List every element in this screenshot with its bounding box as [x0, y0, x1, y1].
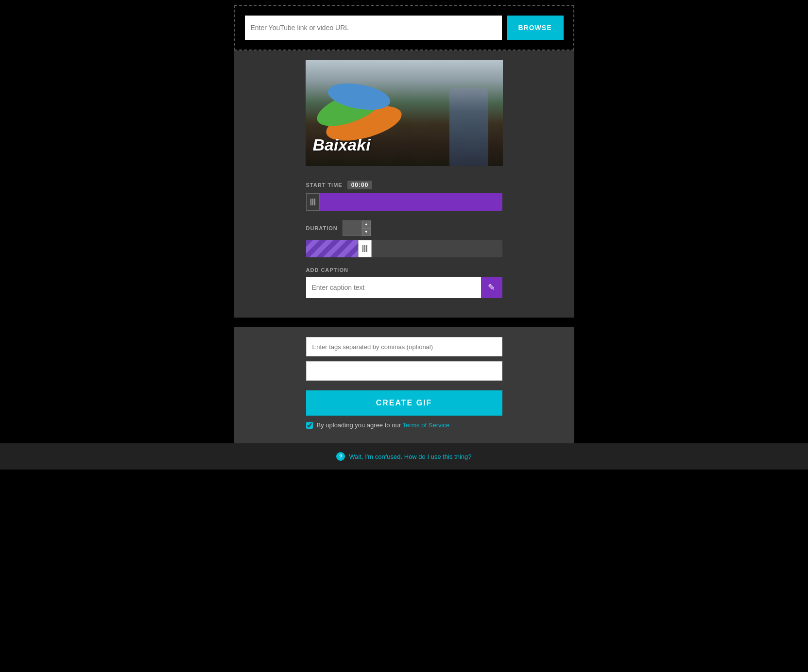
caption-edit-button[interactable]: ✎: [481, 277, 502, 298]
browse-button[interactable]: BROWSE: [507, 16, 564, 40]
handle-grip-right: [362, 245, 367, 252]
duration-input[interactable]: 3: [343, 220, 362, 236]
baixaki-logo-svg: [315, 70, 422, 143]
bottom-section: http://www.youtube.com/watch?v=lw1kw0yyl…: [234, 327, 574, 443]
terms-row: By uploading you agree to our Terms of S…: [306, 421, 502, 429]
duration-fill: [306, 240, 362, 257]
footer: ? Wait, I'm confused. How do I use this …: [0, 443, 808, 470]
grip-line-r2: [364, 245, 365, 252]
start-time-slider[interactable]: [306, 193, 502, 211]
controls-section: START TIME 00:00 DURATION 3 ▲ ▼: [234, 181, 574, 298]
spinner-buttons: ▲ ▼: [362, 220, 371, 236]
duration-up-button[interactable]: ▲: [362, 220, 371, 228]
duration-down-button[interactable]: ▼: [362, 228, 371, 236]
terms-text: By uploading you agree to our Terms of S…: [317, 421, 450, 429]
caption-input[interactable]: [306, 277, 481, 298]
person-silhouette: [449, 88, 488, 166]
handle-grip-left: [310, 199, 315, 205]
help-icon: ?: [336, 452, 345, 461]
duration-row: DURATION 3 ▲ ▼: [306, 220, 502, 236]
start-time-value: 00:00: [347, 181, 373, 189]
duration-label: DURATION: [306, 225, 338, 231]
tags-input[interactable]: [306, 337, 502, 356]
duration-slider[interactable]: [306, 240, 502, 257]
duration-handle-right[interactable]: [358, 240, 372, 257]
video-thumbnail: Baixaki: [306, 60, 503, 166]
grip-line-2: [312, 199, 313, 205]
grip-line-1: [310, 199, 311, 205]
grip-line-3: [314, 199, 315, 205]
terms-link[interactable]: Terms of Service: [402, 421, 449, 429]
main-content: Baixaki START TIME 00:00 DURATION 3: [234, 50, 574, 318]
baixaki-text: Baixaki: [313, 135, 371, 154]
url-section: BROWSE: [234, 5, 574, 50]
url-input[interactable]: [245, 16, 502, 40]
create-gif-button[interactable]: CREATE GIF: [306, 390, 502, 416]
caption-label: ADD CAPTION: [306, 267, 502, 273]
grip-line-r1: [362, 245, 363, 252]
help-link[interactable]: Wait, I'm confused. How do I use this th…: [349, 453, 471, 460]
grip-line-r3: [366, 245, 367, 252]
section-divider: [234, 318, 574, 327]
start-time-fill: [306, 193, 502, 211]
duration-spinner: 3 ▲ ▼: [343, 220, 371, 236]
terms-checkbox[interactable]: [306, 422, 313, 429]
start-time-handle-left[interactable]: [306, 193, 320, 211]
caption-row: ✎: [306, 277, 502, 298]
start-time-label: START TIME 00:00: [306, 181, 502, 189]
source-url-input[interactable]: http://www.youtube.com/watch?v=lw1kw0yyl…: [306, 361, 502, 381]
